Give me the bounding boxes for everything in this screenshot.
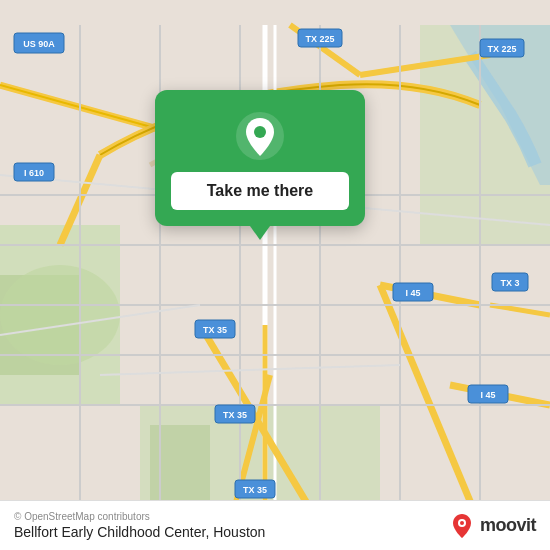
svg-text:TX 35: TX 35	[243, 485, 267, 495]
svg-text:TX 225: TX 225	[305, 34, 334, 44]
map-container: US 90A TX 225 TX 225 I 610 I 610 I 610 T…	[0, 0, 550, 550]
bottom-left: © OpenStreetMap contributors Bellfort Ea…	[14, 511, 265, 540]
bottom-bar: © OpenStreetMap contributors Bellfort Ea…	[0, 500, 550, 550]
take-me-there-button[interactable]: Take me there	[171, 172, 349, 210]
svg-point-3	[0, 265, 120, 365]
svg-text:TX 35: TX 35	[203, 325, 227, 335]
popup-card: Take me there	[155, 90, 365, 226]
moovit-logo: moovit	[448, 512, 536, 540]
svg-text:I 45: I 45	[405, 288, 420, 298]
svg-text:TX 225: TX 225	[487, 44, 516, 54]
svg-text:I 45: I 45	[480, 390, 495, 400]
svg-point-62	[460, 521, 464, 525]
moovit-label: moovit	[480, 515, 536, 536]
svg-text:I 610: I 610	[24, 168, 44, 178]
svg-point-60	[254, 126, 266, 138]
copyright-text: © OpenStreetMap contributors	[14, 511, 265, 522]
location-pin-icon	[234, 110, 286, 162]
location-name: Bellfort Early Childhood Center, Houston	[14, 524, 265, 540]
svg-text:TX 3: TX 3	[500, 278, 519, 288]
svg-text:TX 35: TX 35	[223, 410, 247, 420]
svg-text:US 90A: US 90A	[23, 39, 55, 49]
moovit-logo-icon	[448, 512, 476, 540]
